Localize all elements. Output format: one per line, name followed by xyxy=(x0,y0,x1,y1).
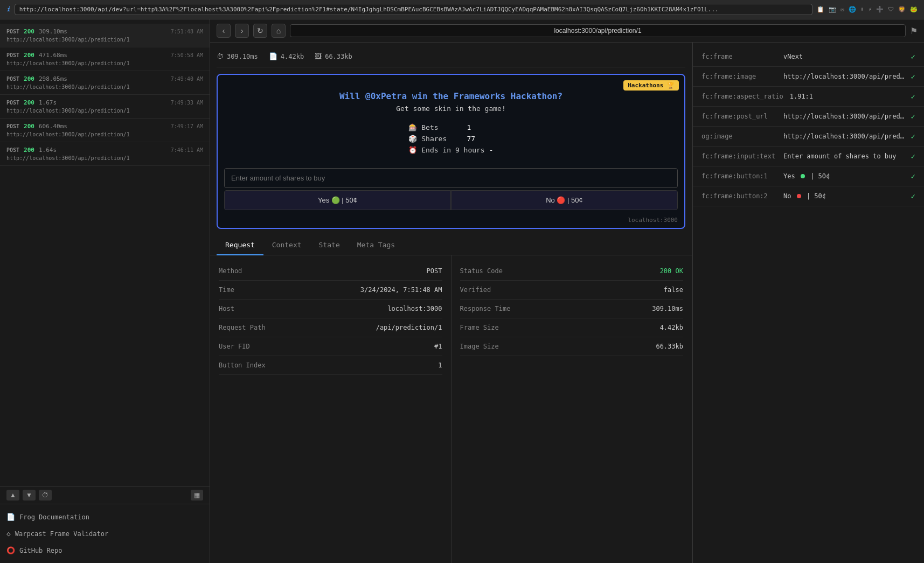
sidebar-controls: ▲ ▼ ⏱ ▦ xyxy=(0,486,210,504)
meta-key: fc:frame:aspect_ratio xyxy=(701,93,783,100)
detail-label: Verified xyxy=(460,286,519,294)
bookmark-button[interactable]: ⚑ xyxy=(910,26,918,36)
frame-input-area xyxy=(218,168,684,190)
meta-value: Yes | 50¢ xyxy=(783,172,905,180)
method-badge: POST xyxy=(6,29,19,34)
back-button[interactable]: ‹ xyxy=(217,24,231,38)
request-item[interactable]: POST 200 298.05ms 7:49:40 AM http://loca… xyxy=(0,71,210,95)
ends-label: ⏰ Ends in 9 hours xyxy=(408,146,484,154)
scroll-down-button[interactable]: ▼ xyxy=(23,490,36,501)
detail-value: false xyxy=(519,286,684,294)
request-item[interactable]: POST 200 606.40ms 7:49:17 AM http://loca… xyxy=(0,119,210,142)
method-badge: POST xyxy=(6,147,19,153)
frame-host: localhost:3000 xyxy=(218,214,684,228)
detail-label: Host xyxy=(219,305,278,312)
tab-meta-tags[interactable]: Meta Tags xyxy=(349,235,404,255)
image-size-value: 66.33kb xyxy=(325,53,352,60)
timestamp: 7:49:17 AM xyxy=(171,123,203,129)
frame-size-stat: 📄 4.42kb xyxy=(269,52,304,60)
extension-icon-3: ✉ xyxy=(840,6,844,13)
dot-red-icon xyxy=(797,194,801,198)
request-url: http://localhost:3000/api/prediction/1 xyxy=(6,37,203,43)
method-badge: POST xyxy=(6,52,19,58)
response-time: 606.40ms xyxy=(39,123,67,130)
detail-label: Image Size xyxy=(460,343,519,350)
sidebar-link-item[interactable]: ⭕ GitHub Repo xyxy=(0,542,210,559)
meta-value: 1.91:1 xyxy=(790,93,905,100)
bets-row: 🎰 Bets 1 xyxy=(408,123,493,131)
detail-label: User FID xyxy=(219,343,278,350)
home-button[interactable]: ⌂ xyxy=(272,24,286,38)
meta-key: og:image xyxy=(701,133,777,140)
meta-value: http://localhost:3000/api/prediction/1/i… xyxy=(783,73,905,80)
sidebar: POST 200 309.10ms 7:51:48 AM http://loca… xyxy=(0,19,210,563)
meta-value: No | 50¢ xyxy=(783,192,905,200)
info-icon: i xyxy=(6,6,10,13)
history-button[interactable]: ⏱ xyxy=(39,490,52,501)
meta-key: fc:frame xyxy=(701,53,777,60)
timer-icon: ⏱ xyxy=(217,52,224,60)
status-code: 200 xyxy=(24,75,34,82)
browser-url-bar[interactable]: http://localhost:3000/api/dev?url=http%3… xyxy=(15,4,813,15)
refresh-button[interactable]: ↻ xyxy=(253,24,267,38)
dot-green-icon xyxy=(801,174,805,178)
meta-panel: fc:frame vNext ✓ fc:frame:image http://l… xyxy=(692,43,924,563)
meta-row: fc:frame:image http://localhost:3000/api… xyxy=(693,67,924,87)
timestamp: 7:46:11 AM xyxy=(171,147,203,153)
sidebar-link-item[interactable]: ◇ Warpcast Frame Validator xyxy=(0,525,210,542)
meta-row: fc:frame:input:text Enter amount of shar… xyxy=(693,147,924,166)
image-icon: 🖼 xyxy=(315,52,322,60)
meta-row: fc:frame:post_url http://localhost:3000/… xyxy=(693,107,924,127)
right-panel: ‹ › ↻ ⌂ ⚑ ⏱ 309.10ms 📄 xyxy=(210,19,924,563)
check-icon: ✓ xyxy=(911,72,915,81)
forward-button[interactable]: › xyxy=(235,24,249,38)
sidebar-link-item[interactable]: 📄 Frog Documentation xyxy=(0,509,210,525)
timestamp: 7:49:40 AM xyxy=(171,76,203,82)
detail-row: User FID #1 xyxy=(219,337,442,356)
detail-row: Response Time 309.10ms xyxy=(460,300,684,318)
meta-key: fc:frame:button:2 xyxy=(701,192,777,200)
method-badge: POST xyxy=(6,76,19,82)
image-size-stat: 🖼 66.33kb xyxy=(315,52,352,60)
request-url: http://localhost:3000/api/prediction/1 xyxy=(6,108,203,114)
shares-input[interactable] xyxy=(224,168,678,188)
meta-value: vNext xyxy=(783,53,905,60)
detail-value: 66.33kb xyxy=(519,343,684,350)
toolbar-url-input[interactable] xyxy=(290,24,906,37)
tab-request[interactable]: Request xyxy=(217,235,263,255)
sidebar-link-label: GitHub Repo xyxy=(19,547,62,554)
response-time: 298.05ms xyxy=(39,75,67,82)
shares-label: 🎲 Shares xyxy=(408,135,462,143)
sidebar-links: 📄 Frog Documentation ◇ Warpcast Frame Va… xyxy=(0,504,210,563)
meta-row: fc:frame:button:1 Yes | 50¢ ✓ xyxy=(693,166,924,186)
detail-value: 200 OK xyxy=(519,267,684,275)
scroll-up-button[interactable]: ▲ xyxy=(6,490,19,501)
status-code: 200 xyxy=(24,52,34,59)
request-item[interactable]: POST 200 1.64s 7:46:11 AM http://localho… xyxy=(0,142,210,166)
shares-row: 🎲 Shares 77 xyxy=(408,135,493,143)
frame-buttons: Yes 🟢 | 50¢ No 🔴 | 50¢ xyxy=(218,190,684,214)
tab-state[interactable]: State xyxy=(310,235,349,255)
request-item[interactable]: POST 200 1.67s 7:49:33 AM http://localho… xyxy=(0,95,210,119)
detail-row: Image Size 66.33kb xyxy=(460,337,684,356)
request-url: http://localhost:3000/api/prediction/1 xyxy=(6,155,203,161)
browser-bar: i http://localhost:3000/api/dev?url=http… xyxy=(0,0,924,19)
detail-value: 4.42kb xyxy=(519,324,684,331)
content-area: ⏱ 309.10ms 📄 4.42kb 🖼 66.33kb xyxy=(210,43,924,563)
method-badge: POST xyxy=(6,100,19,106)
tab-context[interactable]: Context xyxy=(263,235,310,255)
frame-card: Hackathons 🏆 Will @0xPetra win the Frame… xyxy=(217,74,685,229)
no-button[interactable]: No 🔴 | 50¢ xyxy=(451,190,678,210)
frame-size-value: 4.42kb xyxy=(281,53,304,60)
request-item[interactable]: POST 200 309.10ms 7:51:48 AM http://loca… xyxy=(0,24,210,47)
check-icon: ✓ xyxy=(911,92,915,101)
grid-button[interactable]: ▦ xyxy=(191,490,203,501)
detail-row: Host localhost:3000 xyxy=(219,300,442,318)
extension-icon-6: ⚡ xyxy=(868,6,872,13)
request-item[interactable]: POST 200 471.68ms 7:50:58 AM http://loca… xyxy=(0,47,210,71)
detail-row: Request Path /api/prediction/1 xyxy=(219,318,442,337)
yes-button[interactable]: Yes 🟢 | 50¢ xyxy=(224,190,451,210)
request-details-left: Method POST Time 3/24/2024, 7:51:48 AM H… xyxy=(210,255,451,563)
detail-row: Time 3/24/2024, 7:51:48 AM xyxy=(219,281,442,300)
detail-row: Status Code 200 OK xyxy=(460,262,684,281)
